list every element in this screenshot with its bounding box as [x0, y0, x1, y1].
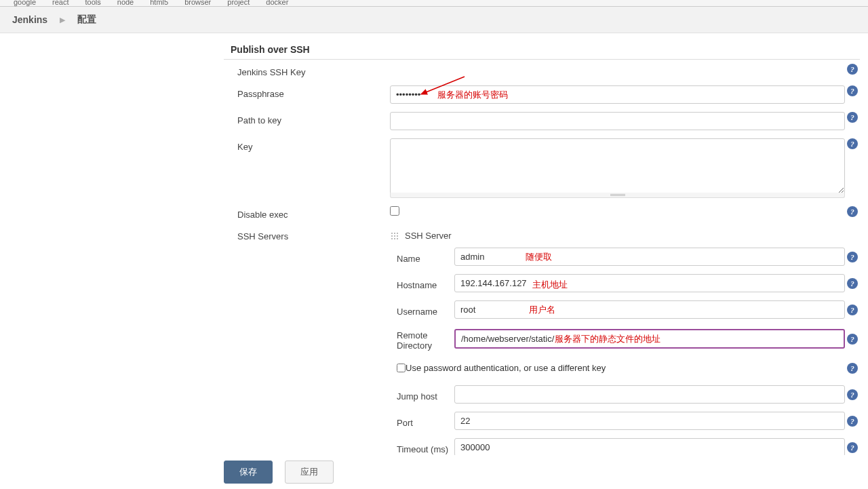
hostname-input[interactable]: [454, 274, 845, 292]
help-icon[interactable]: ?: [847, 138, 858, 149]
passphrase-input[interactable]: [390, 85, 845, 104]
config-form: Publish over SSH Jenkins SSH Key ? Passp…: [0, 33, 868, 489]
passphrase-label: Passphrase: [224, 85, 390, 99]
help-icon[interactable]: ?: [847, 85, 858, 96]
help-icon[interactable]: ?: [847, 305, 858, 315]
disable-exec-checkbox[interactable]: [390, 206, 399, 216]
remote-directory-label: Remote Directory: [390, 327, 454, 351]
jump-host-label: Jump host: [390, 388, 454, 402]
help-icon[interactable]: ?: [847, 64, 858, 75]
bookmarks-bar: googlereacttoolsnodehtml5browserprojectd…: [0, 0, 868, 7]
help-icon[interactable]: ?: [847, 389, 858, 400]
ssh-servers-label: SSH Servers: [224, 228, 390, 241]
remote-directory-input[interactable]: [454, 329, 845, 349]
use-password-auth-checkbox[interactable]: [397, 364, 406, 372]
name-label: Name: [390, 250, 454, 264]
port-input[interactable]: [454, 412, 845, 430]
jump-host-input[interactable]: [454, 385, 845, 404]
username-label: Username: [390, 303, 454, 317]
save-button[interactable]: 保存: [224, 461, 273, 484]
help-icon[interactable]: ?: [847, 416, 858, 427]
help-icon[interactable]: ?: [847, 363, 858, 374]
help-icon[interactable]: ?: [847, 278, 858, 289]
ssh-server-title: SSH Server: [405, 231, 452, 241]
section-title: Publish over SSH: [224, 41, 860, 58]
jenkins-ssh-key-label: Jenkins SSH Key: [224, 64, 390, 77]
chevron-right-icon: ▶: [60, 16, 65, 24]
help-icon[interactable]: ?: [847, 112, 858, 123]
hostname-label: Hostname: [390, 277, 454, 290]
help-icon[interactable]: ?: [847, 252, 858, 262]
help-icon[interactable]: ?: [847, 334, 858, 345]
breadcrumb-root[interactable]: Jenkins: [12, 14, 47, 25]
key-textarea[interactable]: [390, 138, 845, 194]
path-to-key-label: Path to key: [224, 112, 390, 125]
breadcrumb-page[interactable]: 配置: [77, 14, 96, 26]
name-input[interactable]: [454, 248, 845, 266]
disable-exec-label: Disable exec: [224, 206, 390, 220]
help-icon[interactable]: ?: [847, 206, 858, 217]
breadcrumb: Jenkins ▶ 配置: [0, 7, 868, 33]
path-to-key-input[interactable]: [390, 112, 845, 130]
footer-buttons: 保存 应用: [0, 455, 868, 489]
drag-handle-icon[interactable]: [390, 231, 399, 241]
timeout-label: Timeout (ms): [390, 441, 454, 454]
port-label: Port: [390, 414, 454, 428]
apply-button[interactable]: 应用: [285, 461, 334, 484]
use-password-auth-label: Use password authentication, or use a di…: [406, 363, 606, 373]
resize-handle[interactable]: [390, 193, 845, 198]
timeout-input[interactable]: [454, 438, 845, 456]
username-input[interactable]: [454, 300, 845, 319]
help-icon[interactable]: ?: [847, 442, 858, 453]
key-label: Key: [224, 138, 390, 152]
